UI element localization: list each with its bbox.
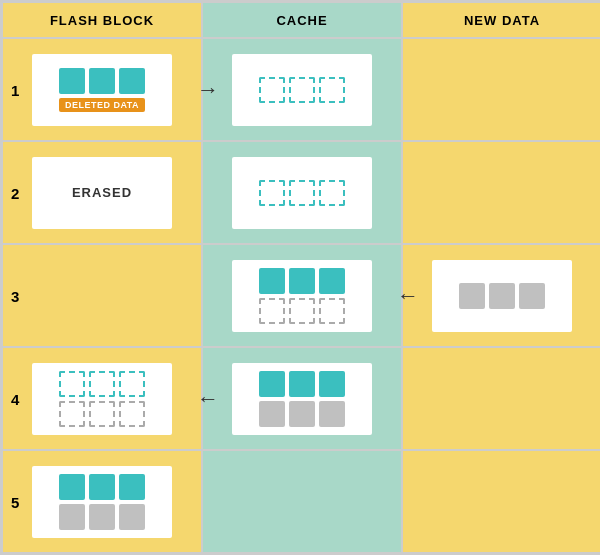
gray-block — [259, 401, 285, 427]
row-num-5: 5 — [11, 493, 19, 510]
gray-block — [89, 504, 115, 530]
row-num-4: 4 — [11, 390, 19, 407]
row4-cache-content — [232, 363, 372, 435]
row3-new-content — [432, 260, 572, 332]
teal-dashed-block — [319, 180, 345, 206]
row4-new — [402, 347, 600, 450]
row2-new — [402, 141, 600, 244]
arrow-left-4: ← — [197, 386, 219, 412]
teal-dashed-block — [289, 180, 315, 206]
row2-flash: 2 ERASED — [2, 141, 202, 244]
row1-flash: 1 DELETED DATA → — [2, 38, 202, 141]
row3-flash: 3 — [2, 244, 202, 347]
row2-cache — [202, 141, 402, 244]
gray-dashed-block — [319, 298, 345, 324]
row1-cache-content — [232, 54, 372, 126]
arrow-right-1: → — [197, 77, 219, 103]
row5-flash: 5 — [2, 450, 202, 553]
row1-flash-content: DELETED DATA — [32, 54, 172, 126]
row2-flash-content: ERASED — [32, 157, 172, 229]
row2-cache-content — [232, 157, 372, 229]
row4-flash-content — [32, 363, 172, 435]
row1-new — [402, 38, 600, 141]
row3-cache: ← — [202, 244, 402, 347]
row-num-2: 2 — [11, 184, 19, 201]
teal-block — [89, 68, 115, 94]
erased-label: ERASED — [72, 185, 132, 200]
gray-block — [489, 283, 515, 309]
teal-dashed-block — [319, 77, 345, 103]
header-flash: FLASH BLOCK — [2, 2, 202, 38]
deleted-label: DELETED DATA — [59, 98, 145, 112]
teal-block — [89, 474, 115, 500]
teal-block — [59, 68, 85, 94]
teal-block — [119, 68, 145, 94]
teal-dashed-block — [259, 77, 285, 103]
row4-cache — [202, 347, 402, 450]
gray-block — [519, 283, 545, 309]
arrow-left-3: ← — [397, 283, 419, 309]
gray-block — [119, 504, 145, 530]
row1-cache — [202, 38, 402, 141]
row-num-1: 1 — [11, 81, 19, 98]
gray-block — [459, 283, 485, 309]
teal-dashed-block — [89, 371, 115, 397]
teal-dashed-block — [259, 180, 285, 206]
row5-cache — [202, 450, 402, 553]
gray-block — [59, 504, 85, 530]
header-cache: CACHE — [202, 2, 402, 38]
gray-block — [319, 401, 345, 427]
teal-block — [289, 268, 315, 294]
main-table: FLASH BLOCK CACHE NEW DATA 1 DELETED DAT… — [0, 0, 600, 555]
teal-block — [59, 474, 85, 500]
teal-block — [289, 371, 315, 397]
row3-cache-content — [232, 260, 372, 332]
gray-block — [289, 401, 315, 427]
teal-dashed-block — [119, 371, 145, 397]
teal-block — [259, 371, 285, 397]
teal-block — [119, 474, 145, 500]
gray-dashed-block — [59, 401, 85, 427]
teal-dashed-block — [289, 77, 315, 103]
gray-dashed-block — [89, 401, 115, 427]
teal-block — [319, 268, 345, 294]
teal-dashed-block — [59, 371, 85, 397]
gray-dashed-block — [259, 298, 285, 324]
row4-flash: 4 ← — [2, 347, 202, 450]
row-num-3: 3 — [11, 287, 19, 304]
teal-block — [259, 268, 285, 294]
gray-dashed-block — [119, 401, 145, 427]
gray-dashed-block — [289, 298, 315, 324]
header-new: NEW DATA — [402, 2, 600, 38]
row5-new — [402, 450, 600, 553]
row3-new — [402, 244, 600, 347]
row5-flash-content — [32, 466, 172, 538]
teal-block — [319, 371, 345, 397]
